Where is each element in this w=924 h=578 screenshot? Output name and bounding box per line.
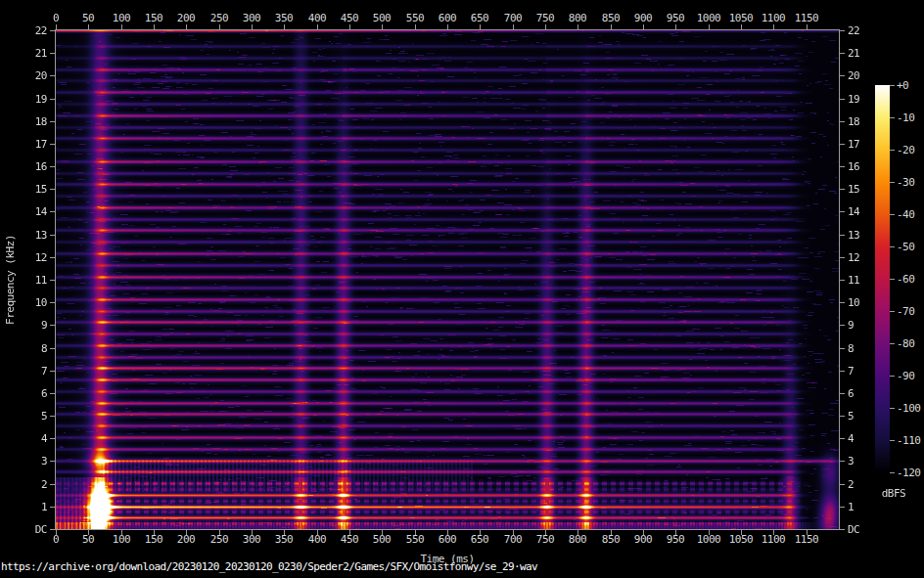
freq-tick-left xyxy=(50,438,55,439)
freq-tick-left xyxy=(50,235,55,236)
freq-tick-label-right: 1 xyxy=(848,502,854,512)
time-tick-top xyxy=(643,24,644,29)
freq-tick-label-right: 6 xyxy=(848,388,854,399)
colorbar-tick-label: -110 xyxy=(897,435,921,446)
freq-tick-label-right: 5 xyxy=(848,411,854,422)
colorbar-tick xyxy=(890,117,895,118)
colorbar-tick xyxy=(890,214,895,215)
freq-tick-label-left: 12 xyxy=(20,252,47,263)
freq-tick-left xyxy=(50,30,55,31)
freq-tick-label-right: 2 xyxy=(848,479,854,490)
colorbar-tick xyxy=(890,150,895,151)
freq-tick-right xyxy=(840,257,845,258)
freq-tick-right xyxy=(840,121,845,122)
freq-tick-left xyxy=(50,257,55,258)
freq-tick-label-right: 12 xyxy=(848,252,859,263)
time-tick-label-bottom: 200 xyxy=(177,534,195,545)
time-tick-label-top: 750 xyxy=(536,13,554,23)
freq-tick-right xyxy=(840,75,845,76)
time-tick-label-bottom: 950 xyxy=(667,534,684,545)
time-tick-top xyxy=(709,24,710,29)
colorbar-tick-label: -20 xyxy=(897,145,914,156)
freq-tick-left xyxy=(50,99,55,100)
time-tick-label-bottom: 350 xyxy=(275,534,293,545)
freq-tick-label-right: 7 xyxy=(848,366,854,377)
freq-tick-right xyxy=(840,529,845,530)
freq-tick-label-right: 18 xyxy=(848,116,859,127)
colorbar-tick xyxy=(890,376,895,377)
time-tick-label-bottom: 600 xyxy=(439,534,456,545)
time-tick-top xyxy=(807,24,808,29)
time-tick-label-top: 300 xyxy=(243,13,260,23)
freq-tick-right xyxy=(840,99,845,100)
colorbar-gradient xyxy=(875,85,890,472)
colorbar-tick-label: -120 xyxy=(897,467,921,478)
freq-tick-left xyxy=(50,166,55,167)
colorbar-tick xyxy=(890,246,895,247)
freq-tick-label-left: 2 xyxy=(20,479,47,490)
freq-tick-label-left: 19 xyxy=(20,94,47,105)
time-tick-top xyxy=(349,24,350,29)
time-tick-label-top: 0 xyxy=(53,13,59,23)
colorbar-tick-label: -90 xyxy=(897,371,914,381)
colorbar-tick-label: -10 xyxy=(897,112,914,123)
time-tick-label-bottom: 500 xyxy=(373,534,391,545)
time-tick-top xyxy=(675,24,676,29)
freq-tick-right xyxy=(840,507,845,508)
time-tick-label-top: 950 xyxy=(667,13,684,23)
freq-tick-left xyxy=(50,348,55,349)
freq-tick-label-left: 11 xyxy=(20,275,47,286)
freq-tick-label-right: 9 xyxy=(848,320,854,331)
freq-tick-right xyxy=(840,325,845,326)
freq-tick-label-right: DC xyxy=(848,524,859,535)
freq-tick-label-left: 16 xyxy=(20,161,47,172)
freq-tick-label-left: 21 xyxy=(20,48,47,59)
freq-tick-left xyxy=(50,53,55,54)
time-tick-label-bottom: 0 xyxy=(53,534,59,545)
freq-tick-left xyxy=(50,189,55,190)
plot-border-top xyxy=(55,29,840,30)
freq-tick-left xyxy=(50,75,55,76)
freq-tick-label-left: 20 xyxy=(20,70,47,81)
freq-tick-left xyxy=(50,211,55,212)
freq-tick-label-left: DC xyxy=(20,524,47,535)
time-tick-label-bottom: 750 xyxy=(536,534,554,545)
time-tick-top xyxy=(219,24,220,29)
freq-tick-label-left: 18 xyxy=(20,116,47,127)
colorbar-tick xyxy=(890,343,895,344)
time-tick-top xyxy=(578,24,578,29)
spectrogram-canvas xyxy=(56,30,839,529)
freq-tick-left xyxy=(50,325,55,326)
time-tick-top xyxy=(773,24,774,29)
time-tick-label-bottom: 1150 xyxy=(795,534,819,545)
colorbar-tick-label: +0 xyxy=(897,80,908,91)
time-tick-label-bottom: 300 xyxy=(243,534,260,545)
freq-tick-right xyxy=(840,302,845,303)
time-tick-label-bottom: 400 xyxy=(308,534,326,545)
freq-tick-left xyxy=(50,144,55,145)
time-tick-label-bottom: 550 xyxy=(406,534,424,545)
plot-border-left xyxy=(55,29,56,530)
freq-tick-right xyxy=(840,189,845,190)
colorbar-tick xyxy=(890,182,895,183)
freq-tick-right xyxy=(840,461,845,462)
freq-tick-label-right: 14 xyxy=(848,206,859,217)
freq-tick-right xyxy=(840,416,845,417)
time-tick-label-top: 350 xyxy=(275,13,293,23)
freq-tick-label-left: 6 xyxy=(20,388,47,399)
freq-tick-right xyxy=(840,438,845,439)
time-tick-label-top: 400 xyxy=(308,13,326,23)
colorbar-tick-label: -60 xyxy=(897,274,914,285)
colorbar-tick xyxy=(890,311,895,312)
freq-tick-label-left: 4 xyxy=(20,433,47,444)
time-tick-top xyxy=(545,24,546,29)
colorbar-tick-label: -70 xyxy=(897,306,914,317)
time-tick-label-top: 50 xyxy=(82,13,94,23)
colorbar-tick xyxy=(890,279,895,280)
time-tick-top xyxy=(88,24,89,29)
freq-tick-right xyxy=(840,211,845,212)
freq-tick-right xyxy=(840,348,845,349)
time-tick-label-bottom: 250 xyxy=(210,534,228,545)
time-tick-top xyxy=(317,24,318,29)
time-tick-label-bottom: 450 xyxy=(341,534,358,545)
